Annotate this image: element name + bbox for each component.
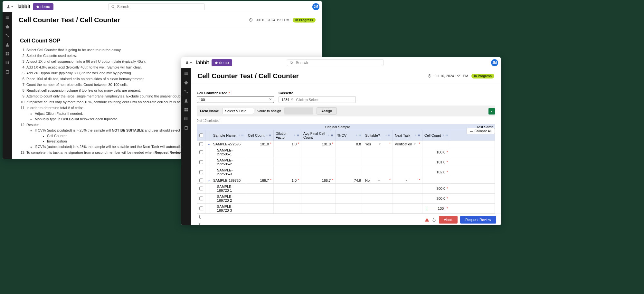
menu-icon[interactable]: [5, 15, 10, 20]
row-checkbox[interactable]: [199, 170, 203, 174]
request-review-button[interactable]: Request Review: [460, 216, 496, 224]
remove-token-icon[interactable]: ✕: [290, 97, 293, 102]
workflow-icon[interactable]: [5, 33, 10, 38]
page-title: Cell Counter Test / Cell Counter: [19, 16, 120, 24]
user-avatar[interactable]: JM: [491, 59, 498, 66]
col-header[interactable]: % CV: [336, 130, 363, 141]
home-icon: [36, 5, 39, 8]
col-header[interactable]: Cell Count: [422, 130, 450, 141]
suitable-select[interactable]: No*: [363, 177, 393, 183]
table-row: SAMPLE-189720-3*: [197, 203, 495, 213]
row-checkbox[interactable]: [199, 207, 203, 210]
flask-icon: [185, 61, 189, 65]
ccu-input[interactable]: 100 ✕: [197, 96, 274, 103]
clock-icon: [428, 74, 431, 78]
app-logo: labbit: [196, 60, 209, 66]
table-row: SAMPLE-272595-2101.0*: [197, 157, 495, 167]
barcode-icon[interactable]: [5, 60, 10, 65]
left-nav-rail: [181, 68, 191, 225]
suitable-select[interactable]: Yes*: [363, 141, 393, 147]
home-nav-icon[interactable]: [184, 80, 188, 85]
status-badge: In Progress: [293, 18, 316, 23]
col-header[interactable]: Avg Final Cell Count: [301, 130, 336, 141]
grid-icon[interactable]: [184, 107, 188, 112]
global-search[interactable]: [287, 59, 384, 66]
user-avatar[interactable]: JM: [312, 3, 319, 10]
page-header: Cell Counter Test / Cell Counter Jul 10,…: [191, 68, 501, 84]
chevron-down-icon: [190, 61, 192, 64]
context-switcher[interactable]: [5, 4, 15, 9]
status-badge: In Progress: [471, 74, 494, 78]
select-all-checkbox[interactable]: [199, 133, 203, 137]
cassette-input[interactable]: 1234✕: [279, 96, 356, 103]
clear-icon[interactable]: ✕: [269, 97, 272, 102]
topbar: labbit demo JM: [181, 57, 501, 68]
clipboard-icon[interactable]: [5, 69, 10, 74]
cassette-label: Cassette: [279, 91, 356, 95]
col-header[interactable]: Sample Name: [211, 130, 246, 141]
cell-count-edit[interactable]: [426, 206, 445, 211]
export-excel-button[interactable]: x: [488, 108, 495, 115]
row-checkbox[interactable]: [199, 142, 203, 146]
flask-nav-icon[interactable]: [184, 98, 188, 103]
abort-button[interactable]: Abort: [439, 216, 458, 224]
clipboard-icon[interactable]: [184, 125, 188, 130]
workflow-icon[interactable]: [184, 89, 188, 94]
samples-table: Original Sample Test Samp Sample NameCel…: [197, 124, 495, 225]
col-group-original: Original Sample: [246, 124, 429, 130]
table-row: SAMPLE-189720-1300.0*: [197, 183, 495, 193]
page-title: Cell Counter Test / Cell Counter: [197, 72, 299, 80]
cassette-token: 1234✕: [281, 97, 294, 102]
window-table: labbit demo JM Cell Counter Test / Cell …: [181, 57, 501, 225]
context-switcher[interactable]: [184, 60, 194, 65]
env-badge[interactable]: demo: [33, 3, 53, 10]
flask-icon: [6, 5, 10, 9]
timestamp: Jul 10, 2024 1:21 PM: [435, 74, 468, 78]
chevron-down-icon: [11, 5, 14, 8]
barcode-icon[interactable]: [184, 116, 188, 121]
expand-toggle[interactable]: ⌄: [207, 142, 210, 146]
grid-icon[interactable]: [5, 51, 10, 56]
col-header[interactable]: Dilution Factor: [274, 130, 301, 141]
app-logo: labbit: [17, 4, 30, 10]
next-task-select[interactable]: Verification*: [393, 141, 422, 147]
field-name-label: Field Name: [200, 109, 219, 113]
global-search[interactable]: [108, 3, 205, 10]
search-icon: [290, 61, 294, 65]
clock-icon: [249, 18, 253, 22]
footer-bar: Abort Request Review: [201, 214, 501, 225]
search-input[interactable]: [117, 5, 202, 9]
row-checkbox[interactable]: [199, 197, 203, 200]
field-select[interactable]: Select a Field: [222, 108, 254, 114]
page-header: Cell Counter Test / Cell Counter Jul 10,…: [12, 12, 322, 28]
table-row: ⌄SAMPLE-189720166.7*1.0*166.7*74.8No**: [197, 177, 495, 183]
table-row: SAMPLE-272595-3102.0*: [197, 167, 495, 177]
table-row: SAMPLE-272595-1100.0*: [197, 147, 495, 157]
value-input[interactable]: [284, 107, 313, 115]
search-input[interactable]: [296, 60, 381, 65]
assign-button[interactable]: Assign: [317, 107, 337, 115]
search-icon: [111, 5, 115, 9]
env-badge[interactable]: demo: [212, 59, 232, 66]
selection-count: 0 of 12 selected: [197, 119, 495, 123]
col-header[interactable]: Suitable?: [363, 130, 393, 141]
topbar: labbit demo JM: [3, 1, 322, 12]
collapse-all-button[interactable]: —Collapse All: [467, 128, 495, 134]
row-checkbox[interactable]: [199, 187, 203, 190]
bulk-assign-bar: Field Name Select a Field Value to assig…: [197, 106, 495, 116]
row-checkbox[interactable]: [199, 160, 203, 164]
value-label: Value to assign: [257, 109, 281, 113]
home-nav-icon[interactable]: [5, 24, 10, 29]
row-checkbox[interactable]: [199, 179, 203, 182]
col-header[interactable]: Next Task: [393, 130, 422, 141]
table-row: SAMPLE-189720-2200.0*: [197, 193, 495, 203]
warning-icon[interactable]: [425, 217, 429, 222]
menu-icon[interactable]: [184, 71, 188, 76]
col-header[interactable]: Cell Count: [246, 130, 274, 141]
flask-nav-icon[interactable]: [5, 42, 10, 47]
next-task-select[interactable]: *: [393, 177, 422, 183]
sop-heading: Cell Count SOP: [20, 38, 314, 44]
undo-icon[interactable]: [432, 217, 436, 222]
expand-toggle[interactable]: ⌄: [207, 178, 210, 182]
row-checkbox[interactable]: [199, 150, 203, 154]
